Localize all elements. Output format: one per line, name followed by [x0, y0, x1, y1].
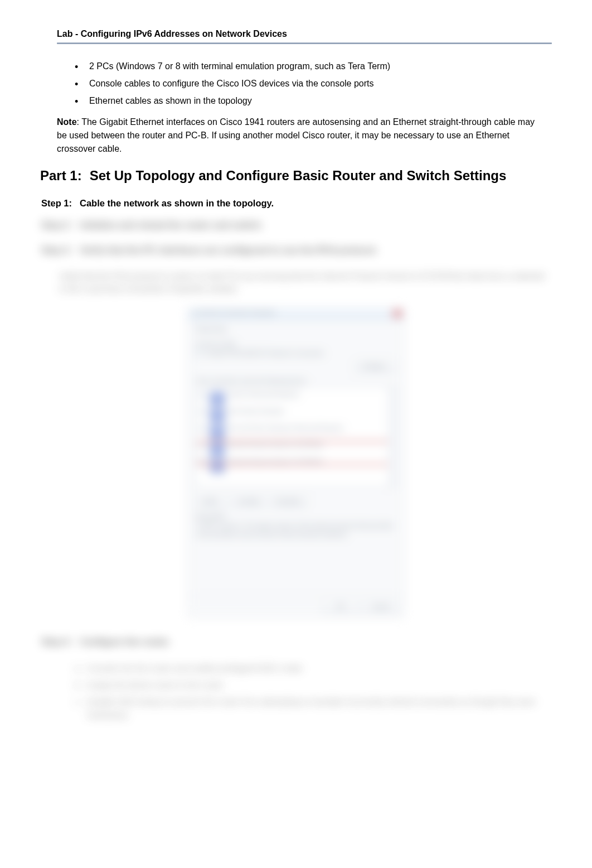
requirements-list: 2 PCs (Windows 7 or 8 with terminal emul…: [75, 60, 552, 108]
items-label: This connection uses the following items…: [196, 378, 396, 384]
list-item: b.Assign the device name to the router.: [75, 678, 552, 692]
note-label: Note: [57, 117, 77, 127]
configure-button[interactable]: Configure...: [355, 360, 396, 372]
step-text: Initialize and reload the router and swi…: [80, 220, 552, 230]
list-item: Ethernet cables as shown in the topology: [75, 94, 552, 108]
description-label: Description: [196, 513, 396, 519]
step-label: Step 2:: [41, 220, 72, 230]
cancel-button[interactable]: Cancel: [363, 601, 399, 613]
list-item-text: Client for Microsoft Networks: [228, 392, 299, 398]
component-icon: [210, 392, 225, 406]
item-text: Console into the router and enable privi…: [87, 663, 304, 673]
properties-button[interactable]: Properties: [270, 495, 308, 507]
component-icon: [210, 425, 225, 440]
step-label: Step 3:: [41, 245, 72, 255]
list-item-text: Internet Protocol Version 6 (TCP/IPv6): [228, 442, 323, 448]
list-item: a.Console into the router and enable pri…: [75, 662, 552, 675]
part-label: Part 1:: [40, 168, 82, 184]
step-1-heading: Step 1: Cable the network as shown in th…: [41, 198, 552, 209]
connection-items-listbox[interactable]: Client for Microsoft Networks QoS Packet…: [196, 387, 396, 487]
note-paragraph: Note: The Gigabit Ethernet interfaces on…: [57, 115, 546, 156]
component-icon: [210, 408, 225, 423]
list-item: 2 PCs (Windows 7 or 8 with terminal emul…: [75, 60, 552, 74]
list-item: c.Disable DNS lookup to prevent the rout…: [75, 695, 552, 722]
part-heading: Part 1: Set Up Topology and Configure Ba…: [40, 168, 552, 184]
checkbox-icon[interactable]: [200, 408, 207, 416]
component-icon: [210, 442, 225, 456]
list-item-text: File and Printer Sharing for Microsoft N…: [228, 425, 343, 431]
dialog-screenshot: Local Area Connection Properties Network…: [187, 307, 405, 618]
part-title: Set Up Topology and Configure Basic Rout…: [90, 168, 507, 184]
dialog-title: Local Area Connection Properties: [192, 310, 275, 316]
checkbox-icon[interactable]: [200, 442, 207, 449]
note-text: : The Gigabit Ethernet interfaces on Cis…: [57, 117, 535, 153]
item-letter: b.: [75, 678, 82, 692]
item-letter: c.: [75, 695, 81, 708]
close-icon[interactable]: [393, 310, 402, 317]
ok-button[interactable]: OK: [323, 601, 358, 613]
step-text: Verify that the PC interfaces are config…: [80, 245, 552, 255]
checkbox-icon[interactable]: [200, 459, 207, 466]
blurred-content-region: Step 2: Initialize and reload the router…: [40, 220, 552, 722]
adapter-icon: [196, 349, 203, 356]
adapter-name: Intel(R) PRO/1000 MT Network Connection: [206, 350, 324, 356]
step-text: Configure the router.: [80, 636, 552, 647]
item-letter: a.: [75, 662, 82, 675]
page-header-title: Lab - Configuring IPv6 Addresses on Netw…: [57, 29, 552, 39]
list-item-text: Internet Protocol Version 4 (TCP/IPv4): [228, 459, 323, 465]
dialog-tab[interactable]: Networking: [196, 326, 396, 332]
dialog-titlebar: Local Area Connection Properties: [188, 308, 404, 320]
install-button[interactable]: Install...: [196, 495, 227, 507]
scrollbar[interactable]: [388, 387, 396, 486]
list-item: Console cables to configure the Cisco IO…: [75, 77, 552, 91]
step-text: Cable the network as shown in the topolo…: [80, 198, 552, 209]
step-3-paragraph: Verify that the IPv6 protocol is active …: [59, 270, 546, 295]
description-text: TCP/IP version 6. The latest version of …: [196, 522, 396, 539]
uninstall-button[interactable]: Uninstall: [231, 495, 265, 507]
checkbox-icon[interactable]: [200, 392, 207, 399]
dialog-footer: OK Cancel: [188, 596, 404, 617]
item-text: Disable DNS lookup to prevent the router…: [87, 697, 536, 720]
header-divider: [57, 42, 552, 44]
checkbox-icon[interactable]: [200, 425, 207, 432]
step-2-heading: Step 2: Initialize and reload the router…: [41, 220, 552, 230]
component-icon: [210, 459, 225, 473]
step-4-heading: Step 4: Configure the router.: [41, 636, 552, 647]
list-item-text: QoS Packet Scheduler: [228, 408, 284, 414]
connect-using-label: Connect using:: [196, 340, 396, 347]
step-4-sublist: a.Console into the router and enable pri…: [75, 662, 552, 722]
step-label: Step 1:: [41, 198, 72, 209]
item-text: Assign the device name to the router.: [87, 680, 225, 689]
step-3-heading: Step 3: Verify that the PC interfaces ar…: [41, 245, 552, 255]
step-label: Step 4:: [41, 636, 72, 647]
